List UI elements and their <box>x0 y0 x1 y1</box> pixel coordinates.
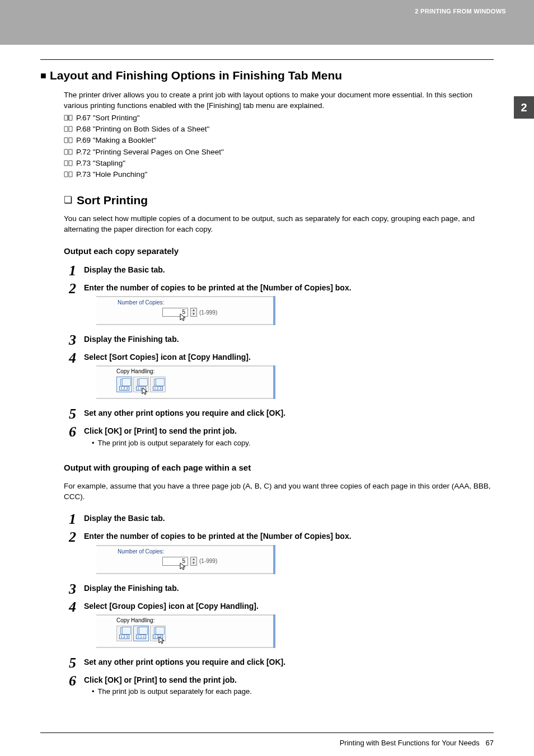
step: 6 Click [OK] or [Print] to send the prin… <box>64 426 494 447</box>
book-icon <box>64 171 73 178</box>
step-title: Enter the number of copies to be printed… <box>84 283 494 293</box>
header-bar: 2 PRINTING FROM WINDOWS <box>0 0 534 45</box>
reference-list: P.67 "Sort Printing" P.68 "Printing on B… <box>64 112 494 181</box>
reference-text: P.72 "Printing Several Pages on One Shee… <box>76 147 224 158</box>
step-title: Display the Finishing tab. <box>84 583 494 593</box>
step-bullet: The print job is output separately for e… <box>92 439 494 447</box>
spinner-icon[interactable] <box>190 308 197 317</box>
section-b-para: For example, assume that you have a thre… <box>64 481 494 503</box>
noc-label: Number of Copies: <box>118 548 266 555</box>
book-icon <box>64 149 73 156</box>
chapter-tab: 2 <box>514 96 534 119</box>
step-title: Click [OK] or [Print] to send the print … <box>84 426 494 436</box>
step-number: 6 <box>64 425 76 439</box>
step-number: 3 <box>64 582 76 597</box>
reference-item[interactable]: P.73 "Hole Punching" <box>64 169 494 180</box>
step: 5 Set any other print options you requir… <box>64 657 494 672</box>
screenshot-number-of-copies: Number of Copies: 5 (1-999) <box>96 545 275 574</box>
step-number: 4 <box>64 600 76 614</box>
spinner-icon[interactable] <box>190 557 197 566</box>
step-bullet: The print job is output separately for e… <box>92 687 494 696</box>
reference-text: P.73 "Stapling" <box>76 158 125 169</box>
step-title: Set any other print options you require … <box>84 408 494 418</box>
reference-item[interactable]: P.69 "Making a Booklet" <box>64 135 494 146</box>
screenshot-number-of-copies: Number of Copies: 5 (1-999) <box>96 296 275 325</box>
step-title: Display the Basic tab. <box>84 513 494 523</box>
rotate-copies-icon[interactable]: 1.2.3 <box>150 377 166 392</box>
reference-item[interactable]: P.73 "Stapling" <box>64 158 494 169</box>
intro-paragraph: The printer driver allows you to create … <box>64 90 494 111</box>
footer-text: Printing with Best Functions for Your Ne… <box>340 739 480 747</box>
noc-range: (1-999) <box>199 309 217 316</box>
reference-text: P.67 "Sort Printing" <box>76 112 140 124</box>
step-number: 2 <box>64 530 76 544</box>
reference-item[interactable]: P.72 "Printing Several Pages on One Shee… <box>64 147 494 158</box>
icon-caption: 1.2.3 <box>119 635 129 639</box>
book-icon <box>64 115 73 121</box>
step: 2 Enter the number of copies to be print… <box>64 283 494 331</box>
cursor-icon <box>141 387 150 398</box>
cursor-icon <box>179 313 188 323</box>
cursor-icon <box>158 636 167 647</box>
ch-label: Copy Handling: <box>116 368 266 374</box>
book-icon <box>64 126 73 133</box>
step-title: Set any other print options you require … <box>84 657 494 667</box>
reference-item[interactable]: P.67 "Sort Printing" <box>64 112 494 124</box>
icon-caption: 1.1.1 <box>136 635 146 639</box>
step-number: 5 <box>64 407 76 421</box>
step-number: 6 <box>64 674 76 688</box>
step: 6 Click [OK] or [Print] to send the prin… <box>64 675 494 696</box>
page-content: Layout and Finishing Options in Finishin… <box>0 45 534 710</box>
reference-text: P.69 "Making a Booklet" <box>76 135 156 146</box>
step: 4 Select [Group Copies] icon at [Copy Ha… <box>64 601 494 654</box>
section-b-steps: 1 Display the Basic tab. 2 Enter the num… <box>64 513 494 696</box>
step-number: 2 <box>64 281 76 296</box>
step-number: 1 <box>64 264 76 278</box>
step-title: Click [OK] or [Print] to send the print … <box>84 675 494 685</box>
step-title: Select [Group Copies] icon at [Copy Hand… <box>84 601 494 611</box>
group-copies-icon[interactable]: 1.1.1 <box>133 626 149 641</box>
step: 3 Display the Finishing tab. <box>64 334 494 349</box>
screenshot-copy-handling-group: Copy Handling: 1.2.3 1.1.1 1.2.3 <box>96 614 275 648</box>
step-number: 4 <box>64 351 76 365</box>
breadcrumb: 2 PRINTING FROM WINDOWS <box>415 8 506 15</box>
noc-range: (1-999) <box>199 558 217 564</box>
main-heading: Layout and Finishing Options in Finishin… <box>40 69 494 82</box>
step: 4 Select [Sort Copies] icon at [Copy Han… <box>64 352 494 405</box>
section-b-title: Output with grouping of each page within… <box>64 463 494 472</box>
icon-caption: 1.2.3 <box>153 386 162 391</box>
reference-text: P.73 "Hole Punching" <box>76 169 147 180</box>
step: 5 Set any other print options you requir… <box>64 408 494 422</box>
step-title: Display the Finishing tab. <box>84 334 494 344</box>
book-icon <box>64 137 73 144</box>
section-a-steps: 1 Display the Basic tab. 2 Enter the num… <box>64 265 494 447</box>
step-title: Select [Sort Copies] icon at [Copy Handl… <box>84 352 494 362</box>
section-a-title: Output each copy separately <box>64 246 494 256</box>
page-number: 67 <box>486 739 494 747</box>
sub-intro: You can select how multiple copies of a … <box>64 214 494 235</box>
icon-caption: 1.2.3 <box>119 386 129 391</box>
screenshot-copy-handling-sort: Copy Handling: 1.2.3 1.1.1 1.2.3 <box>96 365 275 399</box>
sub-heading: Sort Printing <box>64 194 494 207</box>
step-title: Display the Basic tab. <box>84 265 494 275</box>
step: 1 Display the Basic tab. <box>64 513 494 528</box>
step-title: Enter the number of copies to be printed… <box>84 531 494 541</box>
step: 2 Enter the number of copies to be print… <box>64 531 494 579</box>
noc-label: Number of Copies: <box>118 299 266 306</box>
step: 3 Display the Finishing tab. <box>64 583 494 598</box>
page-footer: Printing with Best Functions for Your Ne… <box>40 732 494 747</box>
step-number: 1 <box>64 512 76 527</box>
ch-label: Copy Handling: <box>116 617 266 623</box>
reference-item[interactable]: P.68 "Printing on Both Sides of a Sheet" <box>64 124 494 135</box>
sort-copies-icon[interactable]: 1.2.3 <box>116 626 132 641</box>
book-icon <box>64 160 73 167</box>
top-rule <box>40 59 494 60</box>
step-number: 5 <box>64 656 76 670</box>
step-number: 3 <box>64 333 76 348</box>
sort-copies-icon[interactable]: 1.2.3 <box>116 377 132 392</box>
reference-text: P.68 "Printing on Both Sides of a Sheet" <box>76 124 209 135</box>
step: 1 Display the Basic tab. <box>64 265 494 279</box>
cursor-icon <box>179 562 188 572</box>
